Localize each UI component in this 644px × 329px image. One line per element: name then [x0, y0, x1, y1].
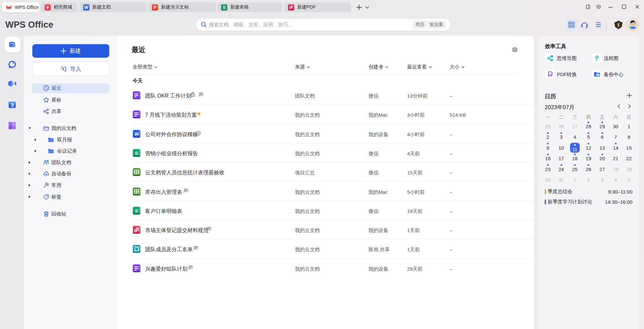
svg-text:S: S: [135, 208, 138, 213]
svg-text:S: S: [135, 151, 138, 156]
svg-text:W: W: [135, 132, 139, 136]
